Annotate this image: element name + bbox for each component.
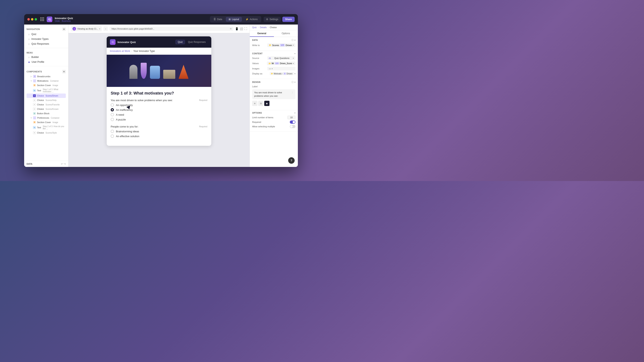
main-layout: NAVIGATION + ◇ Quiz ◇ Innovator Types ◇ … (24, 24, 298, 167)
design-chevron: ▾ (294, 81, 296, 83)
comp-button-block[interactable]: ⊡ Button Block (26, 111, 66, 116)
maximize-window-button[interactable] (34, 18, 37, 20)
content-section-header[interactable]: CONTENT ▾ (250, 51, 298, 56)
source-dropdown[interactable]: 🗃 Quiz Questions ▾ (267, 56, 296, 60)
title-actions: ⚙ Settings Share (264, 17, 295, 22)
radio-circle-puzzle[interactable] (111, 118, 114, 121)
limit-row: Limit number of items (252, 116, 296, 119)
comp-choice-scores-known[interactable]: ≡ Choice Scores/Known (26, 107, 66, 111)
add-component-button[interactable]: + (62, 70, 66, 73)
multiple-toggle[interactable] (290, 125, 296, 128)
center-area: A Viewing as Andy Cl... ▾ ‹ https://inno… (68, 24, 250, 167)
radio-circle-brainstorm[interactable] (111, 130, 114, 133)
comp-choice-scores-style[interactable]: ≡ Choice Scores/Style (26, 130, 66, 135)
values-dropdown[interactable]: 📁 Mr 123 Driven_Score ▾ (267, 61, 296, 65)
nav-item-quiz-responses[interactable]: ◇ Quiz Responses (26, 41, 66, 46)
rb-quiz[interactable]: Quiz (252, 26, 257, 28)
comp-choice-scores-help[interactable]: ≡ Choice Scores/Help (26, 98, 66, 102)
radio-options-1: An opportunity An inefficiency (111, 103, 207, 121)
nav-item-builder[interactable]: ◇ Builder (26, 55, 66, 59)
label-more-icon[interactable]: ⋮ (291, 91, 294, 94)
radio-circle-effective[interactable] (111, 135, 114, 138)
values-folder-icon: 📁 (268, 62, 271, 64)
radio-option-need[interactable]: A need (111, 113, 207, 116)
nav-item-innovator-types[interactable]: ◇ Innovator Types (26, 37, 66, 41)
label-field-label: Label (252, 85, 258, 88)
options-section-header[interactable]: OPTIONS ▾ (250, 110, 298, 116)
viewer-badge[interactable]: A Viewing as Andy Cl... ▾ (71, 26, 102, 31)
scores-badge[interactable]: 📁 Scores 123 Driven ▾ (267, 43, 296, 47)
bc-parent[interactable]: Innovators at Work (110, 50, 130, 52)
rb-details[interactable]: Details (260, 26, 267, 28)
radio-option-brainstorm[interactable]: Brainstorming ideas (111, 130, 207, 133)
write-to-row: Write to 📁 Scores 123 Driven ▾ (252, 43, 296, 47)
nav-item-quiz[interactable]: ◇ Quiz (26, 32, 66, 37)
design-section-header[interactable]: DESIGN ⓘ ▾ (250, 79, 298, 85)
quiz-tab-responses[interactable]: Quiz Responses (186, 40, 208, 44)
comp-text-step2[interactable]: Tt Text Step 2 of 3: How do you like ... (26, 124, 66, 130)
quiz-tab-quiz[interactable]: Quiz (175, 40, 185, 44)
radio-circle-inefficiency[interactable] (111, 108, 114, 111)
radio-circle-need[interactable] (111, 113, 114, 116)
app-grid-icon[interactable] (40, 17, 44, 21)
images-row: Images — ▾ (252, 67, 296, 70)
components-section: COMPONENTS + ▷ ☰ Breadcrumbs ▽ □ Motivat… (24, 67, 68, 136)
help-button[interactable]: ? (288, 157, 295, 164)
images-dropdown[interactable]: — ▾ (267, 67, 296, 70)
style-radio-icon[interactable]: ⊙ (258, 101, 264, 106)
share-button[interactable]: Share (282, 17, 295, 22)
expand-icon[interactable]: ⛶ (244, 27, 247, 30)
comp-section-cover-image-1[interactable]: 🖼 Section Cover Image (26, 83, 66, 87)
comp-choice-scores-favorite[interactable]: ≡ Choice Scores/Favorite (26, 102, 66, 107)
design-section: DESIGN ⓘ ▾ Label You are most driven to … (250, 79, 298, 110)
style-list-icon[interactable]: ≡ (252, 101, 258, 106)
data-section-header[interactable]: DATA ⓘ ▾ (250, 37, 298, 43)
data-section-title: DATA (252, 39, 258, 41)
quiz-hero-image (107, 55, 211, 87)
nav-item-user-profile[interactable]: ◉ User Profile (26, 59, 66, 64)
comp-motivations-container[interactable]: ▽ □ Motivations Container (26, 79, 66, 83)
quiz-content: Step 1 of 3: What motivates you? You are… (107, 87, 211, 146)
nav-actions[interactable]: ⚡ Actions (243, 17, 260, 22)
radio-option-inefficiency[interactable]: An inefficiency (111, 108, 207, 111)
required-toggle[interactable] (290, 120, 296, 124)
panel-tab-options[interactable]: Options (274, 30, 298, 37)
url-bar[interactable]: https://innovators-quiz.glide.page/dl/d0… (110, 27, 234, 31)
data-info-icon: ⓘ (292, 39, 294, 42)
quiz-nav-tabs: Quiz Quiz Responses (175, 40, 208, 44)
comp-choice-scores-driven[interactable]: ≡ Choice Scores/Driven (26, 93, 66, 98)
limit-input[interactable] (288, 116, 296, 119)
display-dropdown[interactable]: 📁 Motivatic › A Driven ▾ (270, 72, 296, 75)
minimize-window-button[interactable] (31, 18, 34, 20)
values-num: 123 (275, 62, 279, 64)
redo-button[interactable]: ↪ (64, 162, 66, 165)
required-label: Required (252, 121, 261, 123)
radio-circle-opportunity[interactable] (111, 103, 114, 107)
quiz-step-title: Step 1 of 3: What motivates you? (111, 91, 207, 95)
radio-option-puzzle[interactable]: A puzzle (111, 118, 207, 121)
close-window-button[interactable] (27, 18, 30, 20)
undo-button[interactable]: ↩ (61, 162, 63, 165)
comp-text-step1[interactable]: Tt Text Step 1 of 3: What motivates ... (26, 87, 66, 93)
label-area[interactable]: You are most driven to solve problems wh… (252, 89, 296, 99)
nav-data[interactable]: 🗄 Data (211, 17, 225, 22)
source-label: Source (252, 57, 259, 59)
quiz-logo: IQ (110, 39, 116, 45)
navigation-header: NAVIGATION + (26, 26, 66, 32)
radio-option-effective[interactable]: An effective solution (111, 135, 207, 138)
back-button[interactable]: ‹ (104, 26, 108, 31)
style-dot-icon[interactable]: ◉ (264, 101, 270, 106)
write-to-label: Write to (252, 44, 260, 46)
radio-option-opportunity[interactable]: An opportunity (111, 103, 207, 107)
mobile-icon[interactable]: 📱 (235, 27, 238, 30)
comp-breadcrumbs[interactable]: ▷ ☰ Breadcrumbs (26, 74, 66, 79)
tablet-icon[interactable]: ⬜ (240, 27, 243, 30)
panel-tab-general[interactable]: General (250, 30, 274, 37)
nav-layout[interactable]: ⊞ Layout (226, 17, 242, 22)
settings-button[interactable]: ⚙ Settings (264, 17, 280, 22)
comp-section-cover-image-2[interactable]: 🖼 Section Cover Image (26, 120, 66, 124)
undo-redo: ↩ ↪ (61, 162, 66, 165)
add-nav-button[interactable]: + (62, 27, 66, 31)
comp-preferences-container[interactable]: ▽ □ Preferences Container (26, 116, 66, 120)
display-row: Display as 📁 Motivatic › A Driven ▾ (252, 72, 296, 75)
